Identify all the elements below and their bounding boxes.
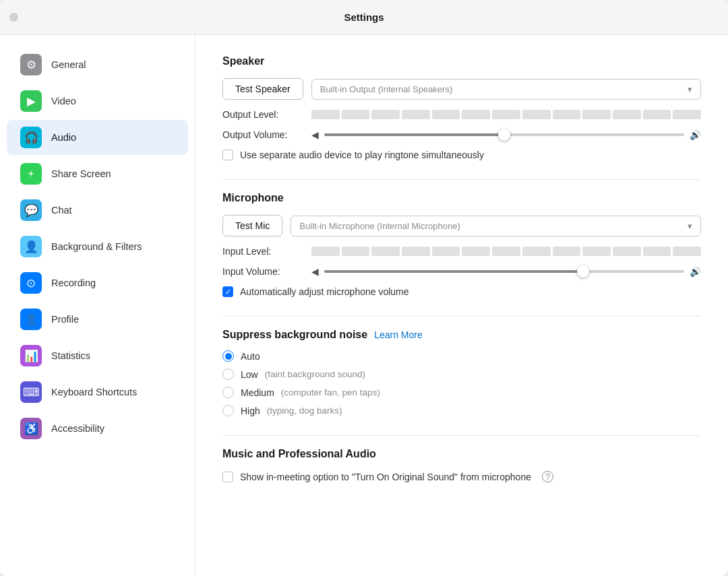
input-level-row: Input Level: bbox=[222, 246, 701, 257]
video-label: Video bbox=[51, 96, 76, 106]
chat-icon: 💬 bbox=[20, 199, 42, 221]
in-seg-5 bbox=[432, 247, 460, 256]
mic-dropdown-arrow: ▾ bbox=[688, 221, 692, 231]
radio-desc-low: (faint background sound) bbox=[265, 369, 365, 379]
sidebar-item-background-filters[interactable]: 👤Background & Filters bbox=[7, 229, 188, 264]
background-filters-label: Background & Filters bbox=[51, 241, 142, 252]
sidebar-item-chat[interactable]: 💬Chat bbox=[7, 193, 188, 228]
in-seg-1 bbox=[311, 247, 340, 256]
auto-adjust-checkbox[interactable]: ✓ bbox=[222, 286, 233, 297]
in-seg-12 bbox=[643, 247, 671, 256]
in-seg-7 bbox=[492, 247, 520, 256]
radio-label-auto: Auto bbox=[241, 351, 260, 362]
output-volume-slider[interactable]: ◀ 🔊 bbox=[311, 129, 701, 140]
separate-audio-checkbox[interactable] bbox=[222, 150, 233, 160]
radio-desc-medium: (computer fan, pen taps) bbox=[281, 387, 380, 397]
level-seg-10 bbox=[582, 110, 611, 119]
output-slider-thumb[interactable] bbox=[498, 129, 510, 141]
recording-label: Recording bbox=[51, 278, 96, 288]
speaker-title: Speaker bbox=[222, 55, 701, 67]
in-seg-3 bbox=[371, 247, 400, 256]
input-slider-fill bbox=[324, 270, 583, 273]
radio-auto[interactable]: Auto bbox=[222, 350, 701, 362]
chat-label: Chat bbox=[51, 205, 72, 216]
test-speaker-button[interactable]: Test Speaker bbox=[222, 78, 303, 100]
radio-circle-low bbox=[222, 369, 234, 380]
input-level-bar bbox=[311, 247, 701, 256]
level-seg-4 bbox=[402, 110, 430, 119]
mic-dropdown-value: Built-in Microphone (Internal Microphone… bbox=[299, 221, 460, 231]
radio-circle-auto bbox=[222, 350, 234, 362]
test-mic-button[interactable]: Test Mic bbox=[222, 215, 282, 236]
input-slider-thumb[interactable] bbox=[577, 265, 589, 278]
radio-low[interactable]: Low (faint background sound) bbox=[222, 369, 701, 380]
mic-dropdown[interactable]: Built-in Microphone (Internal Microphone… bbox=[291, 216, 701, 236]
input-volume-row: Input Volume: ◀ 🔊 bbox=[222, 266, 701, 277]
auto-adjust-label: Automatically adjust microphone volume bbox=[240, 286, 409, 297]
help-icon[interactable]: ? bbox=[542, 471, 553, 482]
statistics-icon: 📊 bbox=[20, 345, 42, 366]
close-button[interactable] bbox=[9, 13, 18, 22]
title-bar: Settings bbox=[0, 0, 728, 35]
settings-window: Settings ⚙General▶Video🎧Audio+Share Scre… bbox=[0, 0, 728, 576]
share-screen-label: Share Screen bbox=[51, 168, 111, 179]
radio-label-high: High bbox=[241, 406, 260, 416]
in-seg-11 bbox=[613, 247, 641, 256]
suppress-noise-section: Suppress background noise Learn More Aut… bbox=[222, 329, 701, 416]
general-label: General bbox=[51, 59, 86, 70]
mic-vol-high-icon: 🔊 bbox=[690, 266, 701, 277]
speaker-section: Speaker Test Speaker Built-in Output (In… bbox=[222, 55, 701, 160]
input-slider-track[interactable] bbox=[324, 270, 684, 273]
level-seg-13 bbox=[673, 110, 701, 119]
sidebar-item-share-screen[interactable]: +Share Screen bbox=[7, 156, 188, 191]
radio-label-low: Low bbox=[241, 369, 258, 380]
in-seg-6 bbox=[462, 247, 490, 256]
sidebar-item-statistics[interactable]: 📊Statistics bbox=[7, 338, 188, 373]
profile-label: Profile bbox=[51, 314, 79, 325]
microphone-section: Microphone Test Mic Built-in Microphone … bbox=[222, 192, 701, 297]
input-volume-label: Input Volume: bbox=[222, 266, 303, 277]
noise-suppression-options: AutoLow (faint background sound)Medium (… bbox=[222, 350, 701, 416]
suppress-title: Suppress background noise bbox=[222, 329, 367, 341]
output-slider-track[interactable] bbox=[324, 133, 684, 136]
in-seg-9 bbox=[553, 247, 581, 256]
learn-more-link[interactable]: Learn More bbox=[374, 329, 423, 340]
separate-audio-label: Use separate audio device to play ringto… bbox=[240, 150, 484, 160]
video-icon: ▶ bbox=[20, 90, 42, 112]
content-area: ⚙General▶Video🎧Audio+Share Screen💬Chat👤B… bbox=[0, 35, 728, 576]
sidebar-item-keyboard-shortcuts[interactable]: ⌨Keyboard Shortcuts bbox=[7, 375, 188, 410]
music-audio-section: Music and Professional Audio Show in-mee… bbox=[222, 448, 701, 482]
sidebar-item-accessibility[interactable]: ♿Accessibility bbox=[7, 411, 188, 446]
sidebar-item-video[interactable]: ▶Video bbox=[7, 84, 188, 119]
input-volume-slider[interactable]: ◀ 🔊 bbox=[311, 266, 701, 277]
audio-icon: 🎧 bbox=[20, 127, 42, 148]
window-title: Settings bbox=[344, 11, 384, 23]
original-sound-checkbox[interactable] bbox=[222, 472, 233, 482]
accessibility-label: Accessibility bbox=[51, 423, 104, 434]
window-controls bbox=[9, 13, 18, 22]
sidebar-item-general[interactable]: ⚙General bbox=[7, 47, 188, 82]
radio-high[interactable]: High (typing, dog barks) bbox=[222, 405, 701, 416]
in-seg-4 bbox=[402, 247, 430, 256]
output-level-bar bbox=[311, 110, 701, 119]
radio-inner-auto bbox=[225, 353, 232, 360]
in-seg-13 bbox=[673, 247, 701, 256]
output-volume-row: Output Volume: ◀ 🔊 bbox=[222, 129, 701, 140]
sidebar-item-profile[interactable]: 👤Profile bbox=[7, 302, 188, 337]
section-divider-3 bbox=[222, 435, 701, 436]
audio-label: Audio bbox=[51, 132, 76, 143]
level-seg-3 bbox=[371, 110, 400, 119]
general-icon: ⚙ bbox=[20, 54, 42, 75]
section-divider-1 bbox=[222, 179, 701, 180]
radio-circle-medium bbox=[222, 387, 234, 398]
sidebar-item-audio[interactable]: 🎧Audio bbox=[7, 120, 188, 155]
output-slider-fill bbox=[324, 133, 504, 136]
suppress-header: Suppress background noise Learn More bbox=[222, 329, 701, 341]
output-level-row: Output Level: bbox=[222, 109, 701, 120]
separate-audio-row: Use separate audio device to play ringto… bbox=[222, 150, 701, 160]
sidebar-item-recording[interactable]: ⊙Recording bbox=[7, 265, 188, 300]
level-seg-5 bbox=[432, 110, 460, 119]
radio-medium[interactable]: Medium (computer fan, pen taps) bbox=[222, 387, 701, 398]
speaker-dropdown[interactable]: Built-in Output (Internal Speakers) ▾ bbox=[311, 79, 701, 100]
recording-icon: ⊙ bbox=[20, 272, 42, 294]
